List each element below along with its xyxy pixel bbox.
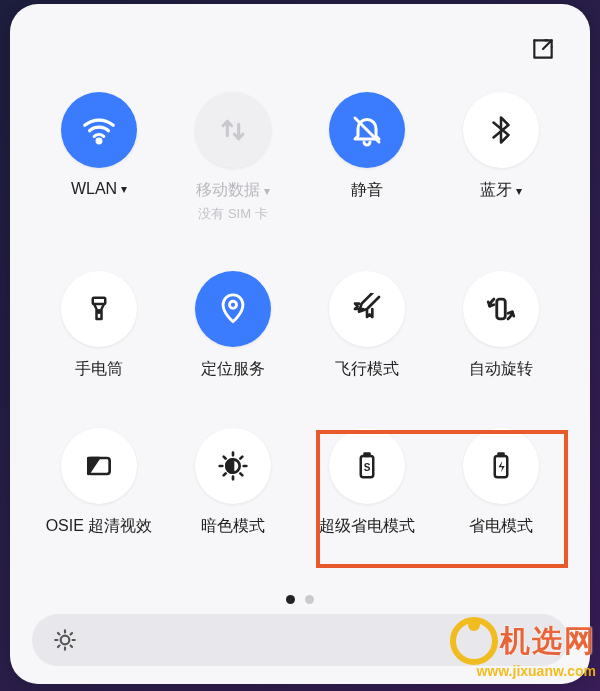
- page-indicator: [286, 595, 314, 604]
- chevron-down-icon: ▾: [121, 182, 127, 196]
- flashlight-icon: [84, 294, 114, 324]
- svg-point-2: [98, 310, 101, 313]
- svg-text:S: S: [364, 462, 371, 473]
- tile-label[interactable]: 移动数据▾: [196, 180, 270, 201]
- tile-torch: 手电筒: [32, 271, 166, 380]
- tile-airplane: 飞行模式: [300, 271, 434, 380]
- quick-settings-panel: WLAN▾ 移动数据▾ 没有 SIM 卡 静音: [10, 4, 590, 684]
- brightness-slider[interactable]: [32, 614, 568, 666]
- mute-toggle[interactable]: [329, 92, 405, 168]
- brightness-icon: [52, 627, 78, 653]
- ultrasave-toggle[interactable]: S: [329, 428, 405, 504]
- bluetooth-toggle[interactable]: [463, 92, 539, 168]
- tile-label: 自动旋转: [469, 359, 533, 380]
- tile-bt: 蓝牙▾: [434, 92, 568, 223]
- svg-point-3: [229, 301, 236, 308]
- tile-wlan: WLAN▾: [32, 92, 166, 223]
- tile-label[interactable]: 蓝牙▾: [480, 180, 522, 201]
- tile-label: 静音: [351, 180, 383, 201]
- tile-mute: 静音: [300, 92, 434, 223]
- rotate-icon: [484, 292, 518, 326]
- svg-point-12: [61, 636, 70, 645]
- tile-label: 定位服务: [201, 359, 265, 380]
- wlan-toggle[interactable]: [61, 92, 137, 168]
- data-toggle[interactable]: [195, 92, 271, 168]
- powersave-toggle[interactable]: [463, 428, 539, 504]
- contrast-square-icon: [83, 450, 115, 482]
- tile-sublabel: 没有 SIM 卡: [198, 205, 267, 223]
- bluetooth-icon: [486, 115, 516, 145]
- svg-rect-4: [497, 299, 506, 319]
- tile-label: 暗色模式: [201, 516, 265, 537]
- tile-label: 省电模式: [469, 516, 533, 537]
- airplane-icon: [351, 293, 383, 325]
- tiles-grid: WLAN▾ 移动数据▾ 没有 SIM 卡 静音: [32, 92, 568, 537]
- tile-label: 超级省电模式: [319, 516, 415, 537]
- tile-osie: OSIE 超清视效: [32, 428, 166, 537]
- airplane-toggle[interactable]: [329, 271, 405, 347]
- edit-button[interactable]: [528, 34, 558, 64]
- tile-label[interactable]: WLAN▾: [71, 180, 127, 198]
- tile-location: 定位服务: [166, 271, 300, 380]
- tile-autorotate: 自动旋转: [434, 271, 568, 380]
- bell-off-icon: [349, 112, 385, 148]
- darkmode-toggle[interactable]: [195, 428, 271, 504]
- tile-powersave: 省电模式: [434, 428, 568, 537]
- battery-s-icon: S: [352, 451, 382, 481]
- tile-data: 移动数据▾ 没有 SIM 卡: [166, 92, 300, 223]
- tile-ultrasave: S 超级省电模式: [300, 428, 434, 537]
- page-dot[interactable]: [286, 595, 295, 604]
- tile-label: 飞行模式: [335, 359, 399, 380]
- battery-bolt-icon: [486, 451, 516, 481]
- page-dot[interactable]: [305, 595, 314, 604]
- autorotate-toggle[interactable]: [463, 271, 539, 347]
- torch-toggle[interactable]: [61, 271, 137, 347]
- osie-toggle[interactable]: [61, 428, 137, 504]
- svg-rect-11: [499, 454, 504, 457]
- data-arrows-icon: [216, 113, 250, 147]
- tile-label: OSIE 超清视效: [46, 516, 153, 537]
- wifi-icon: [80, 111, 118, 149]
- chevron-down-icon: ▾: [516, 184, 522, 198]
- svg-point-0: [97, 139, 101, 143]
- svg-rect-8: [365, 454, 370, 457]
- location-toggle[interactable]: [195, 271, 271, 347]
- tile-label: 手电筒: [75, 359, 123, 380]
- dark-mode-icon: [217, 450, 249, 482]
- tile-darkmode: 暗色模式: [166, 428, 300, 537]
- chevron-down-icon: ▾: [264, 184, 270, 198]
- location-pin-icon: [216, 292, 250, 326]
- edit-icon: [530, 36, 556, 62]
